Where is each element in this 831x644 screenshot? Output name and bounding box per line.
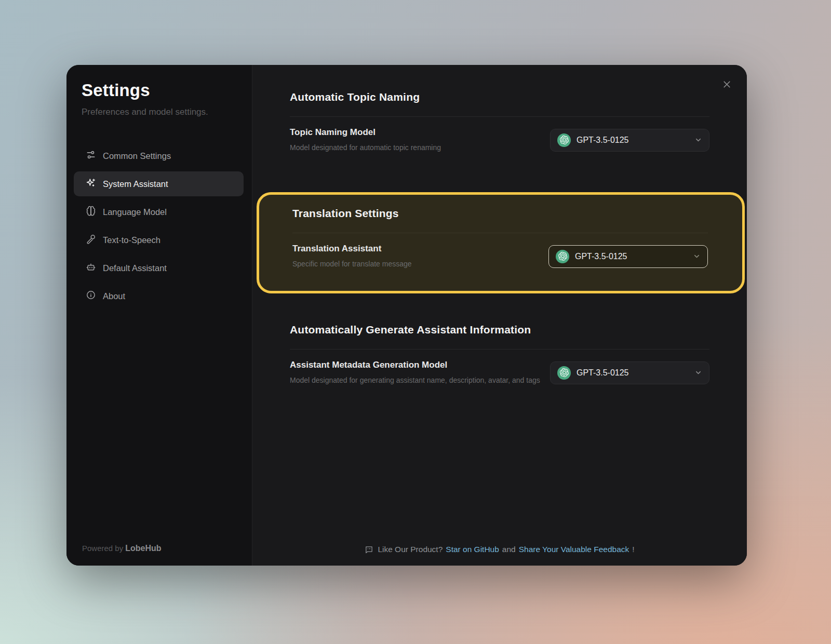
sidebar-item-common-settings[interactable]: Common Settings — [74, 143, 244, 168]
section-title: Translation Settings — [292, 207, 708, 220]
translation-assistant-select[interactable]: GPT-3.5-0125 — [548, 245, 708, 268]
row-description: Model designated for automatic topic ren… — [290, 142, 441, 153]
sidebar-item-default-assistant[interactable]: Default Assistant — [74, 256, 244, 280]
sidebar-item-label: Text-to-Speech — [103, 235, 160, 245]
sparkles-icon — [86, 178, 96, 190]
row-label: Topic Naming Model — [290, 127, 441, 138]
sidebar-item-label: System Assistant — [103, 179, 168, 189]
close-button[interactable] — [718, 75, 735, 93]
topic-naming-model-select[interactable]: GPT-3.5-0125 — [550, 129, 709, 152]
sidebar-item-text-to-speech[interactable]: Text-to-Speech — [74, 227, 244, 252]
powered-by-label: Powered by — [82, 544, 123, 553]
sidebar-nav: Common Settings System Assistant — [74, 143, 244, 308]
mic-icon — [86, 234, 96, 246]
select-value: GPT-3.5-0125 — [577, 136, 689, 145]
section-title: Automatic Topic Naming — [290, 91, 709, 103]
footer-text: ! — [632, 545, 634, 554]
openai-logo-icon — [556, 250, 569, 263]
brand-name: LobeHub — [125, 544, 161, 553]
settings-modal: Settings Preferences and model settings.… — [66, 65, 747, 566]
chat-bubble-icon — [365, 545, 373, 554]
sidebar-item-about[interactable]: About — [74, 284, 244, 308]
chevron-down-icon — [693, 252, 701, 260]
section-divider — [290, 116, 709, 117]
sidebar-item-label: Default Assistant — [103, 263, 167, 273]
footer-text: and — [502, 545, 516, 554]
close-icon — [721, 79, 732, 90]
powered-by: Powered byLobeHub — [82, 544, 162, 553]
settings-content: Automatic Topic Naming Topic Naming Mode… — [252, 65, 747, 566]
info-icon — [86, 290, 96, 302]
settings-row-translation-assistant: Translation Assistant Specific model for… — [292, 244, 708, 269]
section-translation-settings-highlighted: Translation Settings Translation Assista… — [257, 192, 745, 293]
star-on-github-link[interactable]: Star on GitHub — [446, 545, 499, 554]
row-label: Translation Assistant — [292, 244, 412, 254]
section-auto-generate-assistant-info: Automatically Generate Assistant Informa… — [290, 324, 709, 385]
brain-icon — [86, 206, 96, 218]
page-title: Settings — [82, 81, 244, 100]
settings-sidebar: Settings Preferences and model settings.… — [66, 65, 252, 566]
section-automatic-topic-naming: Automatic Topic Naming Topic Naming Mode… — [290, 91, 709, 153]
openai-logo-icon — [557, 366, 571, 380]
footer-text: Like Our Product? — [378, 545, 443, 554]
openai-logo-icon — [557, 133, 571, 147]
section-title: Automatically Generate Assistant Informa… — [290, 324, 709, 336]
sidebar-item-language-model[interactable]: Language Model — [74, 199, 244, 224]
row-description: Model designated for generating assistan… — [290, 375, 540, 385]
row-description: Specific model for translate message — [292, 259, 412, 269]
sidebar-item-label: Language Model — [103, 207, 167, 217]
settings-row-assistant-metadata-model: Assistant Metadata Generation Model Mode… — [290, 360, 709, 385]
select-value: GPT-3.5-0125 — [577, 368, 689, 378]
bot-icon — [86, 262, 96, 274]
sliders-icon — [86, 150, 96, 162]
page-subtitle: Preferences and model settings. — [82, 107, 244, 117]
share-feedback-link[interactable]: Share Your Valuable Feedback — [519, 545, 629, 554]
sidebar-item-label: About — [103, 291, 125, 301]
sidebar-item-system-assistant[interactable]: System Assistant — [74, 171, 244, 196]
chevron-down-icon — [694, 369, 702, 377]
select-value: GPT-3.5-0125 — [575, 252, 687, 261]
row-label: Assistant Metadata Generation Model — [290, 360, 540, 370]
settings-row-topic-naming-model: Topic Naming Model Model designated for … — [290, 127, 709, 153]
section-divider — [290, 349, 709, 350]
feedback-footer: Like Our Product? Star on GitHub and Sha… — [252, 545, 747, 554]
section-divider — [292, 233, 708, 233]
sidebar-item-label: Common Settings — [103, 151, 171, 161]
chevron-down-icon — [694, 136, 702, 144]
assistant-metadata-model-select[interactable]: GPT-3.5-0125 — [550, 361, 709, 384]
